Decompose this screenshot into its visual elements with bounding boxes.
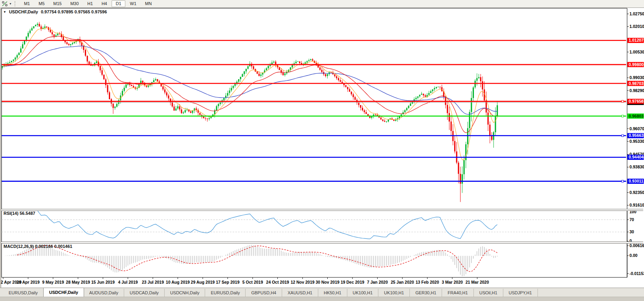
svg-text:4 Jul 2019: 4 Jul 2019 [118, 280, 138, 284]
svg-text:0.96070: 0.96070 [629, 126, 644, 131]
svg-text:0.99030: 0.99030 [629, 75, 644, 80]
svg-text:0.006167: 0.006167 [629, 243, 644, 248]
svg-text:0.95330: 0.95330 [629, 139, 644, 144]
svg-text:28 May 2019: 28 May 2019 [66, 280, 90, 284]
macd-axis-labels: 0.0061670.00-0.011531 [627, 243, 644, 277]
svg-text:3 Mar 2020: 3 Mar 2020 [442, 280, 463, 284]
line-handle [622, 115, 624, 117]
svg-text:0.95663: 0.95663 [629, 133, 644, 138]
svg-text:0.92350: 0.92350 [629, 190, 644, 195]
svg-text:0.98703: 0.98703 [629, 81, 644, 86]
svg-text:0.96803: 0.96803 [629, 114, 644, 118]
svg-text:15 Jun 2019: 15 Jun 2019 [91, 280, 115, 284]
macd-indicator-label: MACD(12,26,9) 0.002166 0.001461 [4, 244, 72, 249]
main-chart-svg[interactable]: 1.027501.020101.005300.990300.982900.960… [0, 0, 644, 301]
svg-text:0.97658: 0.97658 [629, 99, 644, 103]
svg-text:20 Apr 2019: 20 Apr 2019 [17, 280, 40, 284]
rsi-indicator-label: RSI(14) 56.5487 [4, 211, 35, 216]
svg-text:13 Feb 2020: 13 Feb 2020 [416, 280, 439, 284]
svg-text:9 May 2019: 9 May 2019 [42, 280, 64, 284]
svg-text:19 Dec 2019: 19 Dec 2019 [341, 280, 364, 284]
chart-title-ohlc: 0.97754 0.97895 0.97565 0.97596 [41, 9, 107, 14]
svg-text:21 Mar 2020: 21 Mar 2020 [466, 280, 489, 284]
svg-text:29 Aug 2019: 29 Aug 2019 [191, 280, 215, 284]
line-handle [622, 100, 624, 102]
price-axis-labels: 1.027501.020101.005300.990300.982900.960… [627, 11, 644, 207]
ma-slow-line [2, 46, 497, 114]
svg-text:7 Jan 2020: 7 Jan 2020 [367, 280, 388, 284]
svg-text:1.02750: 1.02750 [629, 11, 644, 16]
svg-text:0.98290: 0.98290 [629, 88, 644, 93]
svg-text:0.91610: 0.91610 [629, 203, 644, 207]
rsi-line [30, 211, 497, 239]
svg-text:1.02010: 1.02010 [629, 24, 644, 29]
svg-text:-0.011531: -0.011531 [629, 271, 644, 276]
line-handle [622, 180, 624, 182]
svg-text:1.00530: 1.00530 [629, 50, 644, 54]
svg-text:0.00: 0.00 [629, 253, 638, 258]
collapse-arrow-icon[interactable]: ▼ [3, 10, 6, 14]
chart-title: ▼ USDCHF,Daily 0.97754 0.97895 0.97565 0… [3, 9, 107, 14]
svg-text:24 Oct 2019: 24 Oct 2019 [266, 280, 289, 284]
svg-text:0.94404: 0.94404 [629, 155, 644, 159]
panel-splitter-rsi[interactable] [1, 209, 643, 211]
svg-text:0.99800: 0.99800 [629, 62, 644, 67]
svg-text:30: 30 [629, 229, 634, 234]
chart-title-symbol: USDCHF,Daily [9, 9, 38, 14]
candles-layer [2, 22, 498, 202]
svg-text:12 Nov 2019: 12 Nov 2019 [291, 280, 315, 284]
svg-text:23 Jul 2019: 23 Jul 2019 [142, 280, 164, 284]
macd-histogram-layer [2, 245, 497, 276]
svg-text:1.01207: 1.01207 [629, 38, 644, 42]
svg-text:10 Aug 2019: 10 Aug 2019 [166, 280, 190, 284]
line-handle [622, 135, 624, 137]
svg-text:5 Oct 2019: 5 Oct 2019 [242, 280, 263, 284]
svg-text:0.93011: 0.93011 [629, 179, 644, 183]
rsi-axis-labels: 10070300 [627, 209, 637, 243]
date-axis-labels: 2 Apr 201920 Apr 20199 May 201928 May 20… [1, 277, 489, 284]
svg-text:70: 70 [629, 217, 634, 222]
svg-text:25 Jan 2020: 25 Jan 2020 [391, 280, 414, 284]
svg-text:17 Sep 2019: 17 Sep 2019 [216, 280, 239, 284]
svg-text:0.93830: 0.93830 [629, 164, 644, 169]
ma-mid-line [2, 36, 497, 133]
panel-splitter-macd[interactable] [1, 242, 643, 244]
svg-text:30 Nov 2019: 30 Nov 2019 [316, 280, 339, 284]
